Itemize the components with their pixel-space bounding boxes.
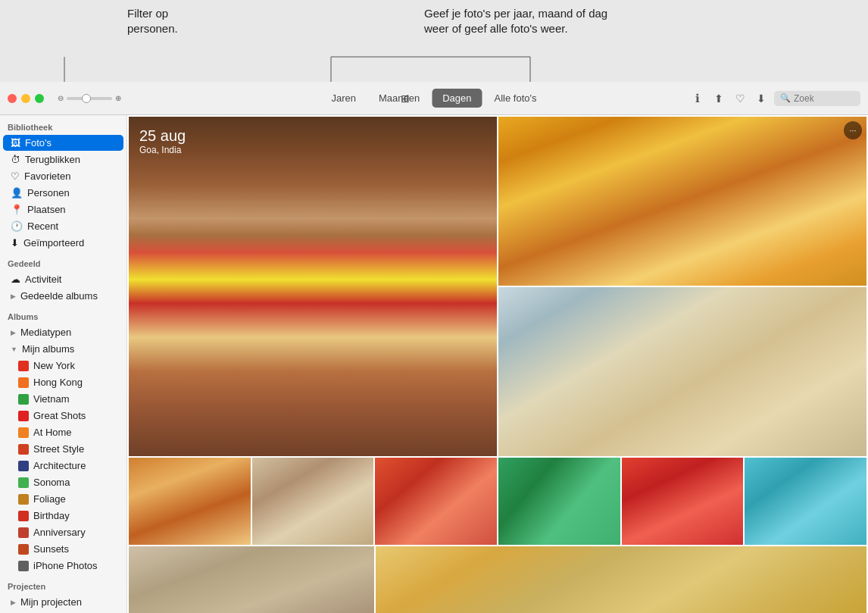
search-input[interactable] xyxy=(794,93,854,104)
photo-right-top[interactable]: ··· xyxy=(498,117,866,286)
album-thumb-sonoma xyxy=(18,477,29,488)
close-button[interactable] xyxy=(8,94,17,103)
sidebar-item-photos[interactable]: 🖼 Foto's xyxy=(3,135,123,151)
right-photo-column: ··· xyxy=(498,117,866,456)
sidebar-item-activity[interactable]: ☁ Activiteit xyxy=(3,271,123,287)
sidebar: Bibliotheek 🖼 Foto's ⏱ Terugblikken ♡ Fa… xyxy=(0,115,127,613)
sidebar-item-anniversary[interactable]: Anniversary xyxy=(3,524,123,540)
sidebar-item-sunsets[interactable]: Sunsets xyxy=(3,541,123,557)
share-button[interactable]: ⬆ xyxy=(710,90,727,107)
toolbar-right-actions: ℹ ⬆ ♡ ⬇ 🔍 xyxy=(689,90,860,107)
sidebar-item-great-shots[interactable]: Great Shots xyxy=(3,408,123,424)
toolbar: ⊖ ⊕ ⊞ Jaren Maanden Dagen Alle foto's ℹ … xyxy=(0,82,868,115)
sidebar-item-label-photos: Foto's xyxy=(25,137,52,149)
annotation-left-text: Filter oppersonen. xyxy=(127,7,178,35)
album-thumb-birthday xyxy=(18,511,29,521)
sidebar-item-at-home[interactable]: At Home xyxy=(3,424,123,440)
photo-row-item-3[interactable] xyxy=(375,458,497,545)
sidebar-item-label-my-projects: Mijn projecten xyxy=(20,596,82,608)
sidebar-item-birthday[interactable]: Birthday xyxy=(3,508,123,524)
traffic-lights xyxy=(8,94,44,103)
sidebar-item-recent[interactable]: 🕐 Recent xyxy=(3,218,123,234)
places-icon: 📍 xyxy=(11,204,23,215)
sidebar-item-places[interactable]: 📍 Plaatsen xyxy=(3,202,123,217)
sidebar-item-label-vietnam: Vietnam xyxy=(33,393,69,405)
albums-section-label: Albums xyxy=(0,305,126,324)
photo-right-bottom[interactable] xyxy=(498,287,866,456)
photo-row-item-6[interactable] xyxy=(745,458,866,545)
sidebar-item-label-hong-kong: Hong Kong xyxy=(33,377,83,388)
memories-icon: ⏱ xyxy=(11,154,20,165)
sidebar-item-label-iphone-photos: iPhone Photos xyxy=(33,560,98,571)
sidebar-item-label-great-shots: Great Shots xyxy=(33,410,86,421)
sidebar-item-label-street-style: Street Style xyxy=(33,443,84,455)
main-photo-grid: 25 aug Goa, India ··· xyxy=(127,115,868,458)
info-button[interactable]: ℹ xyxy=(689,90,706,107)
view-tabs: Jaren Maanden Dagen Alle foto's xyxy=(320,89,547,108)
sidebar-item-hong-kong[interactable]: Hong Kong xyxy=(3,374,123,390)
sidebar-item-label-recent: Recent xyxy=(27,220,58,232)
sidebar-item-new-york[interactable]: New York xyxy=(3,358,123,374)
date-overlay: 25 aug Goa, India xyxy=(139,127,186,155)
sidebar-item-mediatypes[interactable]: ▶ Mediatypen xyxy=(3,324,123,340)
tab-maanden[interactable]: Maanden xyxy=(368,89,430,108)
annotation-left: Filter oppersonen. xyxy=(127,6,178,36)
photo-row-6 xyxy=(127,458,868,546)
photo-row-partial xyxy=(127,546,868,613)
sidebar-item-iphone-photos[interactable]: iPhone Photos xyxy=(3,558,123,574)
favorites-icon: ♡ xyxy=(11,170,20,182)
maximize-button[interactable] xyxy=(35,94,44,103)
photo-row-item-2[interactable] xyxy=(252,458,374,545)
album-thumb-iphone-photos xyxy=(18,561,29,571)
tab-dagen[interactable]: Dagen xyxy=(432,89,482,108)
album-thumb-new-york xyxy=(18,361,29,371)
sidebar-item-street-style[interactable]: Street Style xyxy=(3,441,123,457)
annotation-right: Geef je foto's per jaar, maand of dagwee… xyxy=(424,6,607,36)
photo-row-item-5[interactable] xyxy=(622,458,744,545)
tab-alle[interactable]: Alle foto's xyxy=(484,89,548,108)
sidebar-item-sonoma[interactable]: Sonoma xyxy=(3,474,123,490)
sidebar-item-foliage[interactable]: Foliage xyxy=(3,491,123,507)
sidebar-item-architecture[interactable]: Architecture xyxy=(3,458,123,474)
more-options-button[interactable]: ··· xyxy=(844,121,862,139)
sidebar-item-label-my-albums: Mijn albums xyxy=(22,343,74,355)
tab-jaren[interactable]: Jaren xyxy=(320,89,367,108)
sidebar-item-label-foliage: Foliage xyxy=(33,493,66,505)
recent-icon: 🕐 xyxy=(11,220,23,232)
sidebar-item-label-persons: Personen xyxy=(27,187,70,199)
photo-row-item-4[interactable] xyxy=(498,458,620,545)
sidebar-item-favorites[interactable]: ♡ Favorieten xyxy=(3,168,123,184)
sidebar-item-label-mediatypes: Mediatypen xyxy=(20,327,71,338)
photo-partial-2[interactable] xyxy=(376,546,866,613)
sidebar-item-persons[interactable]: 👤 Personen xyxy=(3,185,123,201)
minimize-button[interactable] xyxy=(21,94,30,103)
album-thumb-great-shots xyxy=(18,411,29,421)
album-thumb-hong-kong xyxy=(18,377,29,388)
annotation-area: Filter oppersonen. Geef je foto's per ja… xyxy=(0,0,868,82)
album-thumb-architecture xyxy=(18,461,29,471)
chevron-right-projects-icon: ▶ xyxy=(11,599,16,606)
zoom-slider-area[interactable]: ⊖ ⊕ xyxy=(58,94,121,102)
sidebar-item-vietnam[interactable]: Vietnam xyxy=(3,391,123,407)
sidebar-item-label-activity: Activiteit xyxy=(25,274,61,285)
search-box[interactable]: 🔍 xyxy=(774,91,860,106)
sidebar-item-imported[interactable]: ⬇ Geïmporteerd xyxy=(3,235,123,251)
favorite-button[interactable]: ♡ xyxy=(732,90,748,107)
photo-row-item-1[interactable] xyxy=(129,458,251,545)
sidebar-item-my-projects[interactable]: ▶ Mijn projecten xyxy=(3,594,123,610)
sidebar-item-label-memories: Terugblikken xyxy=(25,154,80,165)
chevron-down-icon: ▼ xyxy=(11,346,17,353)
library-section-label: Bibliotheek xyxy=(0,115,126,134)
date-label: 25 aug xyxy=(139,127,186,145)
sidebar-item-my-albums[interactable]: ▼ Mijn albums xyxy=(3,341,123,357)
sidebar-item-label-anniversary: Anniversary xyxy=(33,527,86,538)
photo-main-large[interactable]: 25 aug Goa, India xyxy=(129,117,497,456)
photo-partial-1[interactable] xyxy=(129,546,374,613)
album-thumb-anniversary xyxy=(18,527,29,538)
sidebar-item-shared-albums[interactable]: ▶ Gedeelde albums xyxy=(3,288,123,304)
zoom-slider-track[interactable] xyxy=(67,97,112,100)
shared-section-label: Gedeeld xyxy=(0,252,126,271)
chevron-right-icon: ▶ xyxy=(11,292,16,300)
export-button[interactable]: ⬇ xyxy=(753,90,770,107)
sidebar-item-memories[interactable]: ⏱ Terugblikken xyxy=(3,152,123,167)
